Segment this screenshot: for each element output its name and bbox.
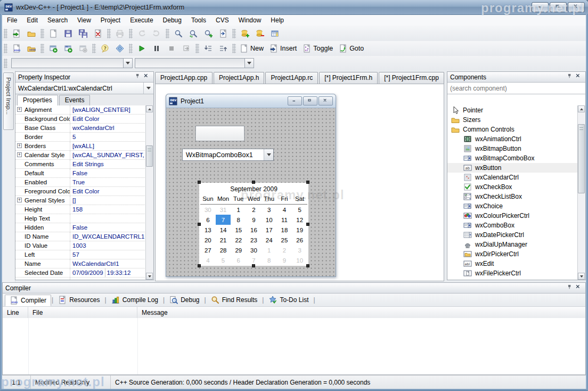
column-line[interactable]: Line bbox=[3, 307, 28, 318]
property-value[interactable]: 07/09/200919:33:12 bbox=[70, 268, 146, 277]
class-browse-combo[interactable] bbox=[135, 58, 254, 68]
selected-object-combo[interactable]: WxCalendarCtrl1:wxCalendarCtrl bbox=[15, 83, 153, 94]
property-row-default[interactable]: DefaultFalse bbox=[15, 169, 146, 178]
property-row-comments[interactable]: CommentsEdit Strings bbox=[15, 160, 146, 169]
component-wxbitmapbutton[interactable]: wxBitmapButton bbox=[447, 144, 578, 153]
property-value[interactable]: [wxCAL_SUNDAY_FIRST, bbox=[70, 151, 146, 159]
help-balloon-button[interactable]: ? bbox=[98, 43, 112, 54]
property-value[interactable]: 0 bbox=[70, 278, 146, 280]
pin-button[interactable] bbox=[134, 74, 142, 81]
property-row-name[interactable]: NameWxCalendarCtrl1 bbox=[15, 259, 146, 268]
property-row-height[interactable]: Height158 bbox=[15, 205, 146, 214]
remove-from-project-button[interactable] bbox=[253, 28, 267, 39]
calendar-day[interactable]: 2 bbox=[277, 245, 292, 255]
calendar-day[interactable]: 4 bbox=[200, 255, 216, 265]
menu-debug[interactable]: Debug bbox=[158, 15, 186, 25]
property-value[interactable]: False bbox=[70, 169, 146, 177]
play-button[interactable] bbox=[135, 43, 149, 54]
goto-item-button[interactable]: Goto bbox=[337, 43, 367, 54]
property-value[interactable]: ID_WXCALENDARCTRL1 bbox=[70, 232, 146, 241]
calendar-day[interactable]: 10 bbox=[262, 215, 277, 225]
property-row-stretch-factor[interactable]: Stretch Factor0 bbox=[15, 278, 146, 280]
goto-line-button[interactable] bbox=[216, 28, 230, 39]
calendar-day[interactable]: 13 bbox=[200, 225, 216, 235]
editor-tab-project1app.h[interactable]: Project1App.h bbox=[214, 72, 264, 84]
property-value[interactable]: 57 bbox=[70, 250, 146, 259]
calendar-day[interactable]: 11 bbox=[277, 215, 292, 225]
calendar-day[interactable]: 2 bbox=[246, 205, 262, 215]
calendar-day[interactable]: 30 bbox=[200, 205, 216, 215]
component-wxdirpickerctrl[interactable]: wxDirPickerCtrl bbox=[447, 249, 578, 259]
property-row-calendar-style[interactable]: +Calendar Style[wxCAL_SUNDAY_FIRST, bbox=[15, 151, 146, 160]
expand-icon[interactable]: + bbox=[17, 107, 22, 112]
compiler-tab-compile-log[interactable]: Compile Log bbox=[107, 295, 162, 305]
component-wxfontpickerctrl[interactable]: AwxFontPickerCtrl bbox=[447, 278, 578, 280]
menu-search[interactable]: Search bbox=[43, 15, 72, 25]
restore-button[interactable] bbox=[550, 2, 567, 12]
menu-window[interactable]: Window bbox=[234, 15, 266, 25]
component-wxchoice[interactable]: wxChoice bbox=[447, 201, 578, 211]
save-button[interactable] bbox=[61, 28, 75, 39]
toggle-item-button[interactable]: 01Toggle bbox=[301, 43, 336, 54]
open-folder-button[interactable] bbox=[24, 28, 38, 39]
property-value[interactable]: Edit Color bbox=[70, 115, 146, 123]
calendar-day[interactable]: 5 bbox=[216, 255, 231, 265]
property-row-foreground-color[interactable]: Foreground ColorEdit Color bbox=[15, 187, 146, 196]
menu-project[interactable]: Project bbox=[96, 15, 125, 25]
find-replace-button[interactable] bbox=[186, 28, 200, 39]
property-value[interactable]: [] bbox=[70, 196, 146, 205]
property-row-base-class[interactable]: Base ClasswxCalendarCtrl bbox=[15, 124, 146, 133]
menu-execute[interactable]: Execute bbox=[125, 15, 158, 25]
property-row-general-styles[interactable]: +General Styles[] bbox=[15, 196, 146, 205]
designed-calendar-control[interactable]: September 2009 SunMonTueWedThuFriSat 303… bbox=[199, 183, 308, 266]
calendar-day[interactable]: 31 bbox=[216, 205, 231, 215]
pin-button[interactable] bbox=[566, 284, 574, 292]
find-next-button[interactable] bbox=[201, 28, 215, 39]
component-wxcalendarctrl[interactable]: wxCalendarCtrl bbox=[447, 173, 578, 182]
profile-button[interactable] bbox=[113, 43, 127, 54]
property-row-alignment[interactable]: +Alignment[wxALIGN_CENTER] bbox=[15, 105, 146, 115]
property-value[interactable] bbox=[70, 214, 146, 223]
editor-tab-project1app.cpp[interactable]: Project1App.cpp bbox=[155, 72, 213, 84]
scrollbar-thumb[interactable] bbox=[578, 124, 585, 193]
component-wxcheckbox[interactable]: wxCheckBox bbox=[447, 182, 578, 192]
compiler-tab-find-results[interactable]: Find Results bbox=[207, 295, 262, 305]
component-wxbitmapcombobox[interactable]: wxBitmapComboBox bbox=[447, 153, 578, 163]
menu-cvs[interactable]: CVS bbox=[211, 15, 234, 25]
property-row-id-name[interactable]: ID NameID_WXCALENDARCTRL1 bbox=[15, 232, 146, 241]
minimize-button[interactable] bbox=[532, 2, 549, 12]
column-file[interactable]: File bbox=[28, 307, 137, 318]
components-scrollbar[interactable] bbox=[577, 105, 585, 280]
compile-button[interactable]: 0101 bbox=[10, 43, 23, 54]
menu-tools[interactable]: Tools bbox=[186, 15, 211, 25]
calendar-day[interactable]: 15 bbox=[231, 225, 246, 235]
indent-button[interactable] bbox=[201, 43, 215, 54]
calendar-day[interactable]: 21 bbox=[216, 235, 231, 245]
editor-tab-project1frm.cpp[interactable]: [*] Project1Frm.cpp bbox=[379, 72, 444, 84]
selection-handle[interactable] bbox=[252, 181, 255, 184]
selection-handle[interactable] bbox=[306, 223, 309, 226]
property-row-id-value[interactable]: ID Value1003 bbox=[15, 241, 146, 250]
property-row-borders[interactable]: +Borders[wxALL] bbox=[15, 142, 146, 151]
compile-all-button[interactable]: 1010 bbox=[24, 43, 38, 54]
tab-events[interactable]: Events bbox=[59, 95, 91, 105]
print-button[interactable] bbox=[113, 28, 127, 39]
calendar-day[interactable]: 29 bbox=[231, 245, 246, 255]
new-file-button[interactable] bbox=[46, 28, 60, 39]
outdent-button[interactable] bbox=[216, 43, 230, 54]
component-wxanimationctrl[interactable]: wxAnimationCtrl bbox=[447, 134, 578, 144]
calendar-day[interactable]: 24 bbox=[262, 235, 277, 245]
calendar-day[interactable]: 20 bbox=[200, 235, 216, 245]
property-value[interactable]: [wxALL] bbox=[70, 142, 146, 150]
editor-tab-project1app.rc[interactable]: Project1App.rc bbox=[265, 72, 318, 84]
calendar-day[interactable]: 27 bbox=[200, 245, 216, 255]
property-value[interactable]: wxCalendarCtrl bbox=[70, 124, 146, 132]
calendar-day[interactable]: 3 bbox=[262, 205, 277, 215]
designed-bitmap-combobox[interactable]: WxBitmapComboBox1 bbox=[182, 149, 274, 161]
form-close-button[interactable] bbox=[318, 96, 333, 105]
pause-button[interactable] bbox=[150, 43, 164, 54]
selection-handle[interactable] bbox=[306, 181, 309, 184]
calendar-day[interactable]: 28 bbox=[216, 245, 231, 255]
selection-handle[interactable] bbox=[198, 223, 201, 226]
component-wxchecklistbox[interactable]: wxCheckListBox bbox=[447, 192, 578, 201]
